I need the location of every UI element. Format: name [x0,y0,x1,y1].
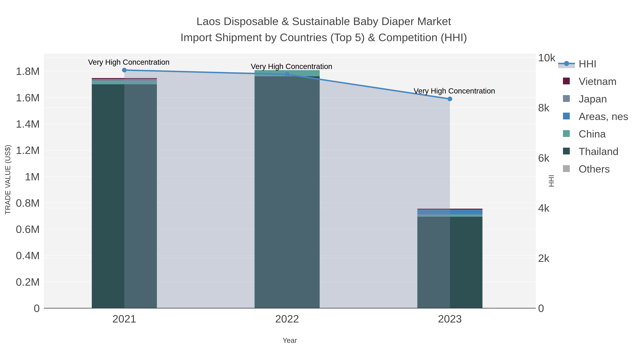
legend-item-japan[interactable]: Japan [563,93,607,105]
hhi-marker-2023[interactable] [448,96,452,101]
left-tick-0.4M: 0.4M [16,250,40,262]
chart-title-line2: Import Shipment by Countries (Top 5) & C… [180,31,467,43]
x-tick-2021: 2021 [112,313,136,325]
legend-swatch-areas-nes [563,113,570,119]
legend-label-hhi: HHI [579,58,596,69]
legend-item-thailand[interactable]: Thailand [563,145,618,157]
left-axis-title: TRADE VALUE (US$) [4,145,12,215]
annotation-2023: Very High Concentration [414,87,495,95]
legend-label-japan: Japan [579,93,607,105]
legend-label-others: Others [579,163,610,175]
hhi-area-fill [124,70,450,308]
legend-item-vietnam[interactable]: Vietnam [563,75,617,87]
diaper-market-chart: 00.2M0.4M0.6M0.8M1M1.2M1.4M1.6M1.8M02k4k… [0,0,644,362]
legend: HHIVietnamJapanAreas, nesChinaThailandOt… [558,58,628,175]
hhi-legend-marker-icon [564,61,569,66]
right-axis-title: HHI [548,175,555,187]
left-tick-1M: 1M [25,171,40,183]
legend-label-china: China [579,128,606,140]
legend-label-areas-nes: Areas, nes [579,110,628,122]
annotation-2022: Very High Concentration [251,62,332,71]
left-tick-1.8M: 1.8M [16,65,40,77]
x-axis-title: Year [283,337,297,344]
left-tick-0.2M: 0.2M [16,276,40,288]
annotation-2021: Very High Concentration [88,58,170,66]
right-tick-0: 0 [538,302,544,314]
hhi-area-layer [124,70,450,308]
x-tick-2022: 2022 [275,313,299,325]
x-tick-2023: 2023 [438,313,462,325]
legend-item-areas-nes[interactable]: Areas, nes [563,110,628,122]
legend-label-vietnam: Vietnam [579,75,617,87]
legend-swatch-china [563,130,570,137]
legend-swatch-japan [563,95,570,102]
chart-page: 00.2M0.4M0.6M0.8M1M1.2M1.4M1.6M1.8M02k4k… [0,0,644,362]
left-tick-0.6M: 0.6M [16,223,40,235]
legend-item-china[interactable]: China [563,128,606,140]
right-tick-4k: 4k [538,202,550,214]
hhi-marker-2021[interactable] [122,68,127,72]
chart-title-line1: Laos Disposable & Sustainable Baby Diape… [196,15,451,27]
right-tick-8k: 8k [538,102,550,114]
left-tick-1.6M: 1.6M [16,92,40,104]
left-tick-1.4M: 1.4M [16,118,40,130]
legend-swatch-others [563,165,570,172]
right-tick-10k: 10k [538,52,556,64]
legend-label-thailand: Thailand [579,145,618,157]
right-tick-6k: 6k [538,152,550,164]
hhi-marker-2022[interactable] [285,72,290,77]
legend-swatch-thailand [563,148,570,154]
left-tick-0: 0 [34,302,40,314]
legend-item-hhi[interactable]: HHI [558,58,596,69]
right-tick-2k: 2k [538,252,550,264]
legend-swatch-vietnam [563,78,570,84]
legend-item-others[interactable]: Others [563,163,610,175]
left-tick-1.2M: 1.2M [16,144,40,156]
left-tick-0.8M: 0.8M [16,197,40,209]
